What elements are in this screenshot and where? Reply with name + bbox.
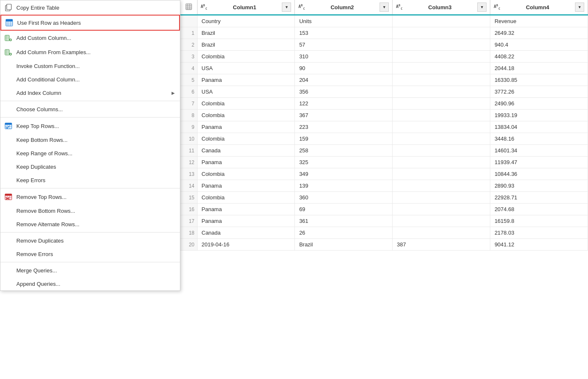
- col-dropdown-col4[interactable]: ▼: [575, 3, 584, 12]
- table-row: 17Panama36116159.8: [180, 215, 588, 227]
- menu-item-label: Remove Top Rows...: [16, 194, 175, 200]
- add-col2-icon: [4, 47, 13, 57]
- table-row: 12Panama32511939.47: [180, 157, 588, 168]
- row-number: 4: [180, 63, 197, 74]
- col-name-col2: Column2: [307, 4, 377, 10]
- table-area: ABC Column1 ▼ ABC Column2 ▼ ABC Column3 …: [180, 0, 588, 379]
- row-number: 8: [180, 110, 197, 121]
- row-number: 11: [180, 145, 197, 157]
- menu-item-copy-table[interactable]: Copy Entire Table: [0, 0, 180, 15]
- table-cell: 349: [295, 168, 393, 180]
- menu-item-use-first-row[interactable]: Use First Row as Headers: [0, 15, 180, 31]
- svg-rect-26: [5, 123, 12, 125]
- table-cell: [393, 227, 490, 239]
- table-cell: 4408.22: [490, 51, 588, 63]
- menu-item-label: Remove Errors: [16, 251, 175, 257]
- menu-item-label: Add Conditional Column...: [16, 76, 175, 83]
- column-header-col1: ABC Column1 ▼: [197, 0, 295, 15]
- menu-item-add-custom-col[interactable]: Add Custom Column...: [0, 31, 180, 45]
- remove-icon: [4, 192, 13, 201]
- table-cell: 3772.26: [490, 86, 588, 98]
- menu-item-merge-queries[interactable]: Merge Queries...: [0, 264, 180, 277]
- main-container: Copy Entire Table Use First Row as Heade…: [0, 0, 588, 379]
- table-cell: [393, 180, 490, 192]
- table-cell: Panama: [197, 180, 295, 192]
- menu-item-add-conditional-col[interactable]: Add Conditional Column...: [0, 73, 180, 86]
- table-cell: 90: [295, 63, 393, 74]
- row-number: 9: [180, 121, 197, 133]
- column-header-col4: ABC Column4 ▼: [490, 0, 588, 15]
- table-cell: Canada: [197, 227, 295, 239]
- menu-item-add-col-examples[interactable]: Add Column From Examples...: [0, 45, 180, 59]
- menu-item-label: Remove Alternate Rows...: [16, 221, 175, 227]
- menu-item-keep-bottom-rows[interactable]: Keep Bottom Rows...: [0, 133, 180, 146]
- row-number: 14: [180, 180, 197, 192]
- table-cell: 16330.85: [490, 74, 588, 86]
- table-row: 6USA3563772.26: [180, 86, 588, 98]
- table-row: 5Panama20416330.85: [180, 74, 588, 86]
- row-number: 20: [180, 239, 197, 251]
- menu-item-choose-cols[interactable]: Choose Columns...: [0, 102, 180, 116]
- table-cell: 361: [295, 215, 393, 227]
- col-dropdown-col2[interactable]: ▼: [380, 3, 389, 12]
- table-row: 7Colombia1222490.96: [180, 98, 588, 110]
- table-cell: 9041.12: [490, 239, 588, 251]
- table-cell: [393, 39, 490, 51]
- menu-item-remove-bottom-rows[interactable]: Remove Bottom Rows...: [0, 204, 180, 217]
- table-cell: 19933.19: [490, 110, 588, 121]
- table-row: 8Colombia36719933.19: [180, 110, 588, 121]
- menu-item-label: Add Column From Examples...: [16, 49, 175, 55]
- table-cell: [393, 121, 490, 133]
- table-cell: 356: [295, 86, 393, 98]
- row-number: 16: [180, 204, 197, 215]
- row-number: 2: [180, 39, 197, 51]
- menu-separator: [0, 232, 180, 233]
- table-cell: 10844.36: [490, 168, 588, 180]
- col-dropdown-col1[interactable]: ▼: [282, 3, 291, 12]
- column-header-col2: ABC Column2 ▼: [295, 0, 393, 15]
- keep-icon: [4, 121, 13, 131]
- menu-item-keep-range-rows[interactable]: Keep Range of Rows...: [0, 146, 180, 160]
- menu-item-invoke-custom-fn[interactable]: Invoke Custom Function...: [0, 59, 180, 73]
- table-cell: Panama: [197, 74, 295, 86]
- table-cell: 2490.96: [490, 98, 588, 110]
- table-row: 18Canada262178.03: [180, 227, 588, 239]
- menu-item-remove-alternate-rows[interactable]: Remove Alternate Rows...: [0, 217, 180, 231]
- menu-item-add-index-col[interactable]: Add Index Column▶: [0, 86, 180, 99]
- menu-item-remove-duplicates[interactable]: Remove Duplicates: [0, 234, 180, 247]
- table-cell: Panama: [197, 215, 295, 227]
- menu-item-label: Invoke Custom Function...: [16, 63, 175, 69]
- menu-item-keep-duplicates[interactable]: Keep Duplicates: [0, 160, 180, 173]
- menu-item-label: Add Index Column: [16, 90, 172, 96]
- table-row: 13Colombia34910844.36: [180, 168, 588, 180]
- copy-icon: [4, 3, 13, 12]
- table-cell: 204: [295, 74, 393, 86]
- menu-item-label: Append Queries...: [16, 281, 175, 287]
- col-name-col1: Column1: [210, 4, 279, 10]
- table-row: 9Panama22313834.04: [180, 121, 588, 133]
- table-cell: 2178.03: [490, 227, 588, 239]
- table-cell: 14601.34: [490, 145, 588, 157]
- table-cell: 122: [295, 98, 393, 110]
- table-cell: 258: [295, 145, 393, 157]
- col-type-icon: ABC: [396, 4, 402, 10]
- menu-item-keep-top-rows[interactable]: Keep Top Rows...: [0, 119, 180, 133]
- table-cell: 223: [295, 121, 393, 133]
- menu-item-keep-errors[interactable]: Keep Errors: [0, 173, 180, 187]
- table-cell: 310: [295, 51, 393, 63]
- table-cell: 2649.32: [490, 27, 588, 39]
- table-cell: 159: [295, 133, 393, 145]
- menu-separator: [0, 188, 180, 188]
- menu-item-remove-errors[interactable]: Remove Errors: [0, 247, 180, 261]
- table-cell: Panama: [197, 157, 295, 168]
- table-cell: [393, 51, 490, 63]
- row-number: 7: [180, 98, 197, 110]
- col-dropdown-col3[interactable]: ▼: [477, 3, 487, 12]
- menu-item-remove-top-rows[interactable]: Remove Top Rows...: [0, 190, 180, 204]
- col-type-icon: ABC: [298, 4, 304, 10]
- menu-item-append-queries[interactable]: Append Queries...: [0, 277, 180, 290]
- context-menu: Copy Entire Table Use First Row as Heade…: [0, 0, 180, 291]
- table-cell: 360: [295, 192, 393, 204]
- menu-item-label: Remove Duplicates: [16, 238, 175, 244]
- headers-icon: [5, 18, 14, 27]
